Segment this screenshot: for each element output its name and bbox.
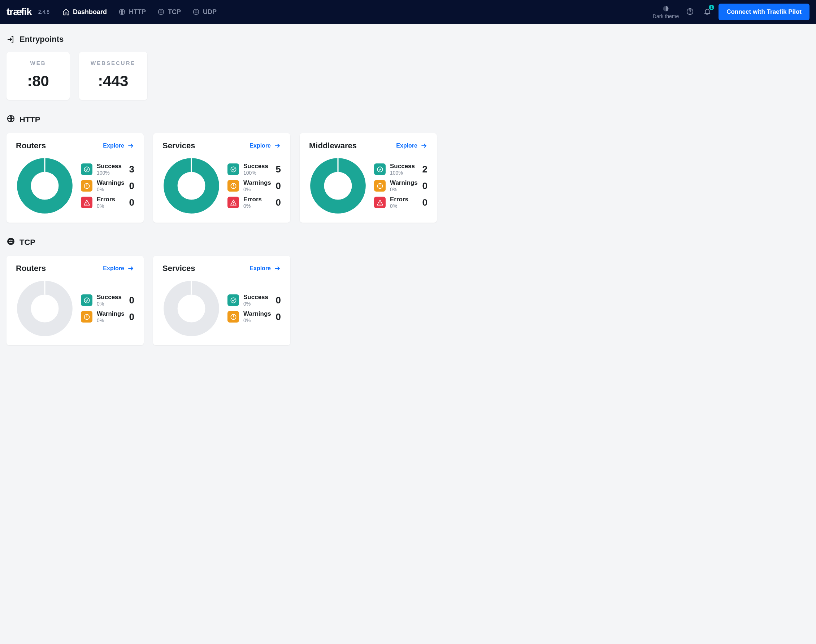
nav-tcp[interactable]: TCP (157, 8, 181, 16)
card-title: Services (163, 141, 195, 150)
stat-row: Errors 0% 0 (227, 196, 281, 209)
help-icon (686, 8, 694, 15)
stat-percent: 100% (390, 170, 418, 176)
stat-count: 0 (129, 180, 134, 192)
version-label: 2.4.8 (38, 9, 49, 15)
stat-rows: Success 100% 5 Warnings 0% 0 Errors 0% 0 (227, 163, 281, 209)
entrypoint-card[interactable]: WEB :80 (6, 52, 70, 100)
tcp-icon (6, 237, 15, 248)
explore-label: Explore (249, 265, 271, 272)
stat-text: Warnings 0% (243, 179, 272, 192)
stat-row: Success 100% 2 (374, 163, 427, 176)
svg-rect-38 (191, 281, 192, 294)
nav-udp[interactable]: UDP (192, 8, 217, 16)
stat-label: Success (97, 294, 125, 301)
explore-link[interactable]: Explore (396, 142, 427, 149)
stat-percent: 0% (243, 317, 272, 323)
explore-label: Explore (249, 143, 271, 149)
svg-rect-18 (233, 184, 234, 186)
explore-label: Explore (103, 143, 124, 149)
card-title: Services (163, 264, 195, 273)
nav-dashboard-label: Dashboard (73, 8, 107, 16)
stat-count: 0 (276, 180, 281, 192)
stat-row: Success 0% 0 (81, 294, 134, 307)
stat-row: Warnings 0% 0 (81, 310, 134, 323)
errors-icon (374, 196, 386, 208)
explore-link[interactable]: Explore (249, 142, 281, 149)
card-title: Routers (16, 264, 46, 273)
stat-label: Warnings (243, 179, 272, 187)
warnings-icon (227, 180, 239, 192)
card-grid: Routers Explore Success 100% 3 Warnings … (6, 133, 810, 222)
donut-chart (163, 280, 220, 337)
warnings-icon (81, 180, 92, 192)
svg-rect-7 (44, 158, 45, 172)
entrypoint-name: WEBSECURE (91, 60, 136, 66)
stat-percent: 100% (97, 170, 125, 176)
svg-rect-11 (86, 187, 87, 187)
success-icon (227, 163, 239, 175)
notification-badge: 1 (709, 5, 714, 10)
svg-rect-42 (233, 317, 234, 318)
tcp-section: TCP Routers Explore Success 0% 0 Wa (6, 237, 810, 345)
svg-rect-19 (233, 187, 234, 187)
nav-http[interactable]: HTTP (118, 8, 146, 16)
donut-chart (16, 280, 74, 337)
stat-card: Middlewares Explore Success 100% 2 Warni… (300, 133, 437, 222)
warnings-icon (374, 180, 386, 192)
explore-link[interactable]: Explore (103, 265, 134, 272)
stat-count: 3 (129, 164, 134, 175)
nav-dashboard[interactable]: Dashboard (63, 8, 107, 16)
svg-rect-15 (191, 158, 192, 172)
svg-rect-27 (380, 187, 380, 187)
udp-icon (192, 8, 200, 15)
stat-rows: Success 0% 0 Warnings 0% 0 (81, 294, 134, 323)
stat-row: Success 100% 5 (227, 163, 281, 176)
stat-label: Warnings (243, 310, 272, 317)
connect-pilot-button[interactable]: Connect with Traefik Pilot (719, 4, 810, 20)
entrypoints-title: Entrypoints (6, 35, 810, 44)
stat-rows: Success 100% 3 Warnings 0% 0 Errors 0% 0 (81, 163, 134, 209)
errors-icon (227, 196, 239, 208)
stat-row: Success 0% 0 (227, 294, 281, 307)
section-title: TCP (6, 237, 810, 248)
entrypoint-card[interactable]: WEBSECURE :443 (79, 52, 147, 100)
arrow-right-icon (274, 265, 281, 272)
svg-rect-21 (233, 204, 234, 205)
explore-label: Explore (396, 143, 417, 149)
notifications-button[interactable]: 1 (701, 5, 713, 19)
stat-percent: 0% (97, 301, 125, 307)
http-section: HTTP Routers Explore Success 100% 3 (6, 114, 810, 222)
stat-text: Errors 0% (243, 196, 272, 209)
svg-rect-28 (380, 202, 380, 204)
stat-card: Routers Explore Success 0% 0 Warnings 0%… (6, 256, 144, 345)
card-title: Middlewares (309, 141, 357, 150)
warnings-icon (81, 311, 92, 322)
arrow-right-icon (420, 142, 427, 149)
stat-count: 0 (129, 295, 134, 306)
stat-percent: 0% (97, 187, 125, 192)
explore-link[interactable]: Explore (103, 142, 134, 149)
theme-toggle[interactable]: Dark theme (653, 5, 679, 19)
stat-row: Warnings 0% 0 (227, 310, 281, 323)
stat-rows: Success 100% 2 Warnings 0% 0 Errors 0% 0 (374, 163, 427, 209)
stat-text: Warnings 0% (243, 310, 272, 323)
stat-row: Errors 0% 0 (374, 196, 427, 209)
stat-text: Warnings 0% (390, 179, 418, 192)
arrow-right-icon (127, 142, 134, 149)
stat-row: Warnings 0% 0 (81, 179, 134, 192)
stat-percent: 100% (243, 170, 272, 176)
help-button[interactable] (684, 5, 696, 19)
errors-icon (81, 196, 92, 208)
stat-rows: Success 0% 0 Warnings 0% 0 (227, 294, 281, 323)
stat-text: Errors 0% (390, 196, 418, 209)
stat-text: Success 100% (243, 163, 272, 176)
card-title: Routers (16, 141, 46, 150)
explore-link[interactable]: Explore (249, 265, 281, 272)
contrast-icon (662, 5, 669, 12)
stat-text: Success 100% (390, 163, 418, 176)
stat-percent: 0% (243, 203, 272, 209)
stat-label: Warnings (390, 179, 418, 187)
svg-rect-20 (233, 202, 234, 204)
main-nav: Dashboard HTTP TCP UDP (63, 8, 217, 16)
